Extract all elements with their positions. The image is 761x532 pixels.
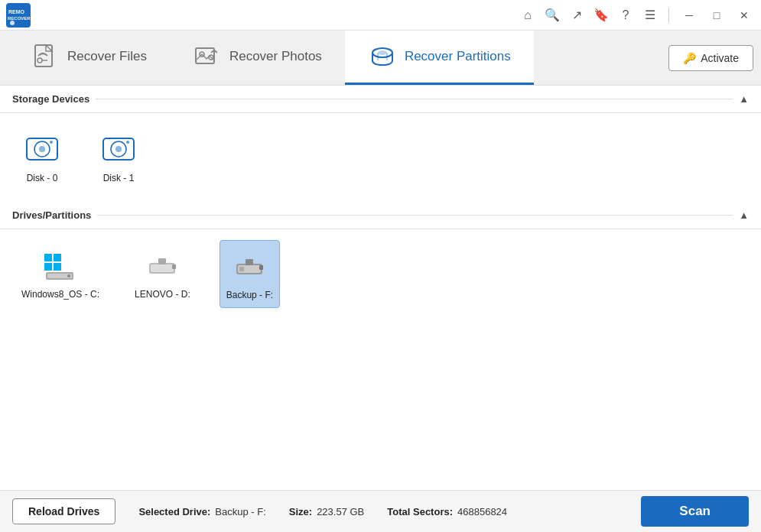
selected-drive-label: Selected Drive: — [138, 506, 210, 517]
windows8-os-c-icon — [41, 246, 80, 284]
svg-point-14 — [50, 141, 53, 144]
drives-partitions-label: Drives/Partitions — [12, 209, 91, 221]
recover-files-icon — [31, 42, 60, 71]
bookmark-icon[interactable]: 🔖 — [592, 6, 610, 24]
key-icon: 🔑 — [683, 52, 696, 64]
svg-rect-28 — [158, 258, 166, 264]
svg-text:REMO: REMO — [8, 9, 25, 15]
storage-devices-content: Disk - 0 Disk - 1 — [0, 113, 761, 202]
titlebar: REMO RECOVER ⌂ 🔍 ↗ 🔖 ? ☰ ─ □ ✕ — [0, 0, 761, 31]
home-icon[interactable]: ⌂ — [519, 6, 537, 24]
tab-recover-files-label: Recover Files — [67, 49, 147, 64]
svg-rect-33 — [259, 265, 263, 270]
svg-rect-32 — [246, 259, 253, 265]
drives-partitions-toggle[interactable]: ▲ — [739, 209, 749, 221]
size-label: Size: — [289, 506, 312, 517]
storage-devices-section: Storage Devices ▲ Disk - 0 — [0, 86, 761, 202]
backup-f-item[interactable]: Backup - F: — [220, 240, 280, 309]
share-icon[interactable]: ↗ — [567, 6, 586, 24]
search-icon[interactable]: 🔍 — [543, 6, 561, 24]
lenovo-d-icon — [143, 246, 181, 284]
drives-partitions-content: Windows8_OS - C: LENOVO - D: — [0, 229, 761, 320]
storage-devices-toggle[interactable]: ▲ — [739, 93, 749, 105]
svg-rect-19 — [44, 254, 52, 261]
size-value: 223.57 GB — [317, 506, 364, 517]
disk-1-item[interactable]: Disk - 1 — [92, 124, 145, 191]
tab-recover-photos[interactable]: Recover Photos — [170, 31, 345, 85]
disk-1-label: Disk - 1 — [103, 173, 135, 185]
lenovo-d-label: LENOVO - D: — [135, 289, 190, 301]
lenovo-d-item[interactable]: LENOVO - D: — [128, 240, 197, 309]
scan-button[interactable]: Scan — [641, 496, 749, 527]
svg-point-10 — [378, 50, 387, 55]
storage-devices-line — [96, 99, 733, 99]
svg-point-25 — [67, 274, 70, 277]
svg-text:RECOVER: RECOVER — [8, 16, 31, 21]
backup-f-label: Backup - F: — [226, 290, 273, 302]
tab-recover-partitions[interactable]: Recover Partitions — [345, 31, 534, 85]
disk-1-icon — [99, 130, 138, 168]
svg-point-5 — [37, 58, 42, 63]
titlebar-right: ⌂ 🔍 ↗ 🔖 ? ☰ ─ □ ✕ — [519, 5, 755, 26]
tabbar: Recover Files Recover Photos Recover Par… — [0, 31, 761, 86]
svg-point-17 — [115, 146, 122, 152]
bottombar: Reload Drives Selected Drive: Backup - F… — [0, 490, 761, 532]
svg-rect-29 — [172, 264, 176, 269]
selected-drive-value: Backup - F: — [215, 506, 265, 517]
svg-rect-22 — [54, 263, 61, 271]
svg-point-18 — [126, 141, 129, 144]
recover-partitions-icon — [368, 42, 397, 71]
total-sectors-info: Total Sectors: 468856824 — [387, 506, 507, 517]
disk-0-icon — [23, 130, 61, 168]
storage-devices-label: Storage Devices — [12, 93, 89, 105]
size-info: Size: 223.57 GB — [289, 506, 365, 517]
total-sectors-label: Total Sectors: — [387, 506, 453, 517]
recover-photos-icon — [193, 42, 222, 71]
main-content: Storage Devices ▲ Disk - 0 — [0, 86, 761, 490]
svg-point-3 — [10, 21, 15, 25]
disk-0-item[interactable]: Disk - 0 — [15, 124, 69, 191]
svg-point-13 — [39, 146, 45, 152]
svg-rect-34 — [239, 267, 244, 271]
storage-devices-header: Storage Devices ▲ — [0, 86, 761, 113]
activate-button[interactable]: 🔑 Activate — [668, 45, 753, 71]
close-button[interactable]: ✕ — [733, 5, 755, 26]
windows8-os-c-label: Windows8_OS - C: — [21, 289, 99, 301]
minimize-button[interactable]: ─ — [678, 5, 700, 26]
svg-rect-20 — [54, 254, 61, 261]
maximize-button[interactable]: □ — [706, 5, 727, 26]
windows8-os-c-item[interactable]: Windows8_OS - C: — [15, 240, 106, 309]
help-icon[interactable]: ? — [616, 6, 635, 24]
titlebar-divider — [668, 8, 669, 23]
disk-0-label: Disk - 0 — [27, 173, 58, 185]
drives-partitions-header: Drives/Partitions ▲ — [0, 202, 761, 229]
tab-recover-partitions-label: Recover Partitions — [405, 49, 511, 64]
svg-rect-6 — [196, 48, 214, 63]
titlebar-left: REMO RECOVER — [6, 3, 31, 28]
svg-rect-27 — [151, 264, 174, 272]
selected-drive-info: Selected Drive: Backup - F: — [138, 506, 265, 517]
tab-recover-files[interactable]: Recover Files — [8, 31, 170, 85]
reload-drives-button[interactable]: Reload Drives — [12, 498, 115, 524]
svg-rect-21 — [44, 263, 52, 271]
svg-rect-0 — [6, 3, 31, 28]
menu-icon[interactable]: ☰ — [641, 6, 659, 24]
app-logo: REMO RECOVER — [6, 3, 31, 28]
drives-partitions-section: Drives/Partitions ▲ — [0, 202, 761, 320]
total-sectors-value: 468856824 — [457, 506, 507, 517]
tab-recover-photos-label: Recover Photos — [229, 49, 322, 64]
backup-f-icon — [230, 247, 268, 285]
drives-partitions-line — [97, 215, 733, 216]
